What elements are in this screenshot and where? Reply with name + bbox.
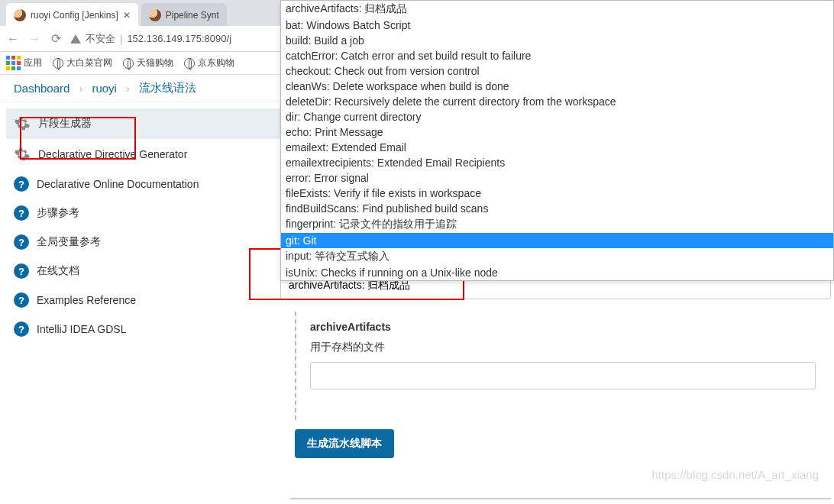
step-dropdown-list[interactable]: archiveArtifacts: 归档成品bat: Windows Batch… (280, 0, 834, 281)
globe-icon (53, 58, 63, 69)
sidebar-item[interactable]: ?Examples Reference (6, 286, 283, 315)
dropdown-option[interactable]: echo: Print Message (281, 124, 833, 140)
dropdown-option[interactable]: fingerprint: 记录文件的指纹用于追踪 (281, 216, 833, 233)
watermark-text: https://blog.csdn.net/A_art_xiang (652, 468, 819, 481)
jenkins-favicon (14, 9, 26, 21)
generate-script-button[interactable]: 生成流水线脚本 (295, 429, 394, 458)
bookmark-label: 天猫购物 (137, 57, 173, 69)
dropdown-option[interactable]: dir: Change current directory (281, 109, 833, 124)
sidebar-item-label: IntelliJ IDEA GDSL (37, 323, 127, 335)
sidebar-item[interactable]: Declarative Directive Generator (6, 139, 283, 170)
apps-button[interactable]: 应用 (6, 56, 42, 70)
apps-label: 应用 (24, 57, 42, 69)
dropdown-option[interactable]: fileExists: Verify if file exists in wor… (281, 186, 833, 201)
sidebar-item[interactable]: ?全局变量参考 (6, 228, 283, 257)
dropdown-option[interactable]: build: Build a job (281, 33, 833, 48)
dropdown-option[interactable]: findBuildScans: Find published build sca… (281, 201, 833, 216)
help-icon: ? (14, 205, 29, 221)
section-title: archiveArtifacts (310, 321, 826, 333)
gear-icon (14, 115, 31, 132)
dropdown-option[interactable]: emailextrecipients: Extended Email Recip… (281, 155, 833, 170)
dropdown-option[interactable]: bat: Windows Batch Script (281, 18, 833, 33)
chevron-right-icon: › (126, 82, 130, 95)
dropdown-option[interactable]: cleanWs: Delete workspace when build is … (281, 79, 833, 94)
divider (290, 498, 831, 499)
sidebar-item[interactable]: ?Declarative Online Documentation (6, 170, 283, 199)
browser-tab-inactive[interactable]: Pipeline Synt (141, 3, 227, 26)
help-icon: ? (14, 234, 29, 250)
url-text: 152.136.149.175:8090/j (127, 33, 231, 44)
breadcrumb-dashboard[interactable]: Dashboard (14, 82, 70, 95)
bookmark-label: 大白菜官网 (66, 57, 112, 69)
sidebar-item[interactable]: 片段生成器 (6, 108, 283, 139)
dropdown-option[interactable]: isUnix: Checks if running on a Unix-like… (281, 265, 833, 280)
apps-icon (6, 56, 21, 70)
close-icon[interactable]: ✕ (123, 10, 131, 21)
insecure-icon (70, 34, 81, 44)
jenkins-favicon (149, 9, 161, 21)
sidebar-item[interactable]: ?在线文档 (6, 257, 283, 286)
sidebar-item-label: 全局变量参考 (37, 235, 101, 249)
breadcrumb-page[interactable]: 流水线语法 (139, 81, 196, 95)
bookmark-label: 京东购物 (198, 57, 234, 69)
chevron-right-icon: › (79, 82, 82, 95)
file-field-label: 用于存档的文件 (310, 341, 826, 354)
dropdown-option[interactable]: catchError: Catch error and set build re… (281, 48, 833, 63)
breadcrumb-project[interactable]: ruoyi (92, 82, 117, 95)
dropdown-option[interactable]: deleteDir: Recursively delete the curren… (281, 94, 833, 109)
gear-icon (14, 146, 31, 163)
sidebar-item-label: 步骤参考 (37, 206, 79, 220)
sidebar-item-label: 在线文档 (37, 264, 79, 278)
help-icon: ? (14, 321, 29, 337)
help-icon: ? (14, 292, 29, 308)
globe-icon (184, 58, 195, 69)
sidebar-item-label: Examples Reference (37, 294, 136, 306)
insecure-label: 不安全 (86, 32, 115, 46)
back-icon[interactable]: ← (6, 32, 20, 46)
dropdown-option[interactable]: checkout: Check out from version control (281, 63, 833, 79)
sidebar-item[interactable]: ?步骤参考 (6, 199, 283, 228)
sidebar-item-label: Declarative Online Documentation (37, 178, 199, 190)
form-section: archiveArtifacts 用于存档的文件 (295, 312, 826, 420)
url-separator: | (120, 33, 122, 44)
bookmark-item[interactable]: 大白菜官网 (53, 57, 112, 69)
sidebar: 片段生成器Declarative Directive Generator?Dec… (0, 102, 283, 504)
bookmark-item[interactable]: 天猫购物 (123, 57, 173, 69)
dropdown-option[interactable]: input: 等待交互式输入 (281, 248, 833, 265)
reload-icon[interactable]: ⟳ (49, 31, 63, 46)
tab-title: Pipeline Synt (166, 10, 219, 21)
forward-icon[interactable]: → (27, 32, 41, 46)
sidebar-item[interactable]: ?IntelliJ IDEA GDSL (6, 315, 283, 344)
sidebar-item-label: Declarative Directive Generator (38, 148, 187, 160)
help-icon: ? (14, 263, 29, 279)
tab-title: ruoyi Config [Jenkins] (31, 10, 118, 21)
bookmark-item[interactable]: 京东购物 (184, 57, 234, 69)
files-to-archive-input[interactable] (310, 362, 816, 389)
globe-icon (123, 58, 134, 69)
dropdown-option[interactable]: error: Error signal (281, 170, 833, 186)
dropdown-option[interactable]: git: Git (281, 233, 833, 248)
dropdown-option[interactable]: archiveArtifacts: 归档成品 (281, 1, 833, 18)
dropdown-option[interactable]: emailext: Extended Email (281, 140, 833, 155)
help-icon: ? (14, 176, 29, 192)
browser-tab-active[interactable]: ruoyi Config [Jenkins] ✕ (6, 3, 138, 26)
sidebar-item-label: 片段生成器 (38, 117, 92, 131)
